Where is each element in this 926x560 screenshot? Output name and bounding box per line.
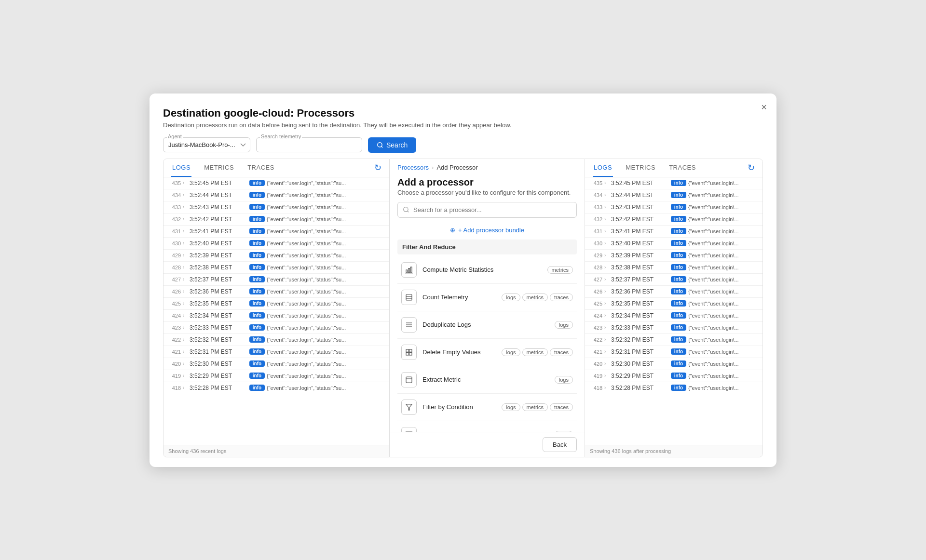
list-item[interactable]: Compute Metric Statistics metrics	[397, 256, 577, 284]
processor-tag: logs	[555, 376, 573, 384]
table-row[interactable]: 424 › 3:52:34 PM EST info {"event":"user…	[163, 310, 389, 322]
table-row[interactable]: 429 › 3:52:39 PM EST info {"event":"user…	[163, 250, 389, 262]
log-number: 434	[589, 192, 602, 198]
log-badge: info	[249, 228, 265, 234]
processor-icon	[401, 290, 417, 305]
search-telemetry-label: Search telemetry	[260, 133, 302, 139]
processor-search-input[interactable]	[397, 202, 577, 218]
log-number: 430	[589, 240, 602, 246]
log-time: 3:52:39 PM EST	[190, 252, 247, 259]
log-number: 429	[589, 253, 602, 258]
table-row[interactable]: 433 › 3:52:43 PM EST info {"event":"user…	[163, 201, 389, 213]
table-row[interactable]: 423 › 3:52:33 PM EST info {"event":"user…	[585, 322, 763, 334]
table-row[interactable]: 434 › 3:52:44 PM EST info {"event":"user…	[585, 189, 763, 201]
tab-metrics[interactable]: METRICS	[203, 159, 235, 177]
log-time: 3:52:38 PM EST	[190, 264, 247, 271]
table-row[interactable]: 435 › 3:52:45 PM EST info {"event":"user…	[163, 177, 389, 189]
log-time: 3:52:28 PM EST	[611, 385, 669, 391]
processor-name: Deduplicate Logs	[422, 321, 549, 328]
log-time: 3:52:41 PM EST	[190, 228, 247, 235]
refresh-button[interactable]: ↻	[374, 162, 381, 173]
svg-rect-14	[409, 352, 412, 355]
processor-tag: logs	[555, 321, 573, 329]
table-row[interactable]: 426 › 3:52:36 PM EST info {"event":"user…	[585, 286, 763, 298]
log-content: {"event":"user.login\...	[688, 180, 739, 186]
table-row[interactable]: 434 › 3:52:44 PM EST info {"event":"user…	[163, 189, 389, 201]
chevron-right-icon: ›	[183, 204, 188, 210]
table-row[interactable]: 418 › 3:52:28 PM EST info {"event":"user…	[585, 382, 763, 394]
chevron-right-icon: ›	[183, 277, 188, 282]
table-row[interactable]: 431 › 3:52:41 PM EST info {"event":"user…	[585, 226, 763, 238]
list-item[interactable]: Filter by HTTP Status logs	[397, 421, 577, 432]
agent-select[interactable]: Justins-MacBook-Pro-...	[163, 137, 250, 152]
log-number: 424	[167, 313, 181, 319]
table-row[interactable]: 427 › 3:52:37 PM EST info {"event":"user…	[163, 274, 389, 286]
processor-tag: metrics	[522, 403, 548, 411]
breadcrumb-processors[interactable]: Processors	[397, 164, 429, 171]
processor-icon	[401, 400, 417, 415]
log-content: {"event":"user.login\...	[688, 301, 739, 307]
table-row[interactable]: 432 › 3:52:42 PM EST info {"event":"user…	[585, 213, 763, 226]
table-row[interactable]: 422 › 3:52:32 PM EST info {"event":"user…	[585, 334, 763, 346]
table-row[interactable]: 432 › 3:52:42 PM EST info {"event":"user…	[163, 213, 389, 226]
chevron-right-icon: ›	[604, 301, 609, 306]
list-item[interactable]: Delete Empty Values logsmetricstraces	[397, 339, 577, 366]
processor-icon	[401, 262, 417, 278]
log-badge: info	[671, 300, 686, 307]
add-bundle-button[interactable]: ⊕ + Add processor bundle	[397, 223, 577, 240]
table-row[interactable]: 425 › 3:52:35 PM EST info {"event":"user…	[585, 298, 763, 310]
table-row[interactable]: 422 › 3:52:32 PM EST info {"event":"user…	[163, 334, 389, 346]
table-row[interactable]: 418 › 3:52:28 PM EST info {"event":"user…	[163, 382, 389, 394]
log-badge: info	[249, 288, 265, 294]
table-row[interactable]: 420 › 3:52:30 PM EST info {"event":"user…	[163, 358, 389, 370]
right-tab-logs[interactable]: LOGS	[593, 159, 613, 177]
right-tab-traces[interactable]: TRACES	[668, 159, 697, 177]
tab-traces[interactable]: TRACES	[246, 159, 275, 177]
table-row[interactable]: 426 › 3:52:36 PM EST info {"event":"user…	[163, 286, 389, 298]
list-item[interactable]: Filter by Condition logsmetricstraces	[397, 394, 577, 421]
right-refresh-button[interactable]: ↻	[748, 162, 755, 173]
table-row[interactable]: 428 › 3:52:38 PM EST info {"event":"user…	[163, 262, 389, 274]
table-row[interactable]: 424 › 3:52:34 PM EST info {"event":"user…	[585, 310, 763, 322]
agent-select-wrap: Agent Justins-MacBook-Pro-...	[163, 137, 250, 152]
log-time: 3:52:42 PM EST	[190, 216, 247, 223]
list-item[interactable]: Extract Metric logs	[397, 366, 577, 394]
search-telemetry-input[interactable]	[256, 137, 362, 152]
table-row[interactable]: 420 › 3:52:30 PM EST info {"event":"user…	[585, 358, 763, 370]
table-row[interactable]: 423 › 3:52:33 PM EST info {"event":"user…	[163, 322, 389, 334]
log-number: 425	[167, 301, 181, 307]
chevron-right-icon: ›	[183, 301, 188, 306]
log-number: 418	[589, 385, 602, 391]
table-row[interactable]: 429 › 3:52:39 PM EST info {"event":"user…	[585, 250, 763, 262]
log-number: 423	[167, 325, 181, 331]
table-row[interactable]: 428 › 3:52:38 PM EST info {"event":"user…	[585, 262, 763, 274]
table-row[interactable]: 430 › 3:52:40 PM EST info {"event":"user…	[163, 238, 389, 250]
log-number: 433	[167, 204, 181, 210]
search-button[interactable]: Search	[368, 137, 416, 153]
table-row[interactable]: 430 › 3:52:40 PM EST info {"event":"user…	[585, 238, 763, 250]
close-button[interactable]: ×	[761, 102, 767, 112]
chevron-right-icon: ›	[183, 253, 188, 258]
right-tab-metrics[interactable]: METRICS	[625, 159, 656, 177]
table-row[interactable]: 435 › 3:52:45 PM EST info {"event":"user…	[585, 177, 763, 189]
table-row[interactable]: 427 › 3:52:37 PM EST info {"event":"user…	[585, 274, 763, 286]
list-item[interactable]: Count Telemetry logsmetricstraces	[397, 284, 577, 311]
log-content: {"event":"user.login","status":"su...	[267, 313, 346, 319]
chevron-right-icon: ›	[183, 228, 188, 234]
processor-tag: traces	[550, 403, 573, 411]
log-time: 3:52:34 PM EST	[611, 312, 669, 319]
log-badge: info	[249, 204, 265, 210]
table-row[interactable]: 419 › 3:52:29 PM EST info {"event":"user…	[585, 370, 763, 382]
log-number: 420	[167, 361, 181, 367]
table-row[interactable]: 419 › 3:52:29 PM EST info {"event":"user…	[163, 370, 389, 382]
log-badge: info	[249, 312, 265, 319]
back-button[interactable]: Back	[543, 437, 577, 452]
tab-logs[interactable]: LOGS	[171, 159, 191, 177]
table-row[interactable]: 421 › 3:52:31 PM EST info {"event":"user…	[585, 346, 763, 358]
table-row[interactable]: 433 › 3:52:43 PM EST info {"event":"user…	[585, 201, 763, 213]
table-row[interactable]: 421 › 3:52:31 PM EST info {"event":"user…	[163, 346, 389, 358]
table-row[interactable]: 431 › 3:52:41 PM EST info {"event":"user…	[163, 226, 389, 238]
table-row[interactable]: 425 › 3:52:35 PM EST info {"event":"user…	[163, 298, 389, 310]
log-content: {"event":"user.login","status":"su...	[267, 373, 346, 379]
list-item[interactable]: Deduplicate Logs logs	[397, 311, 577, 339]
